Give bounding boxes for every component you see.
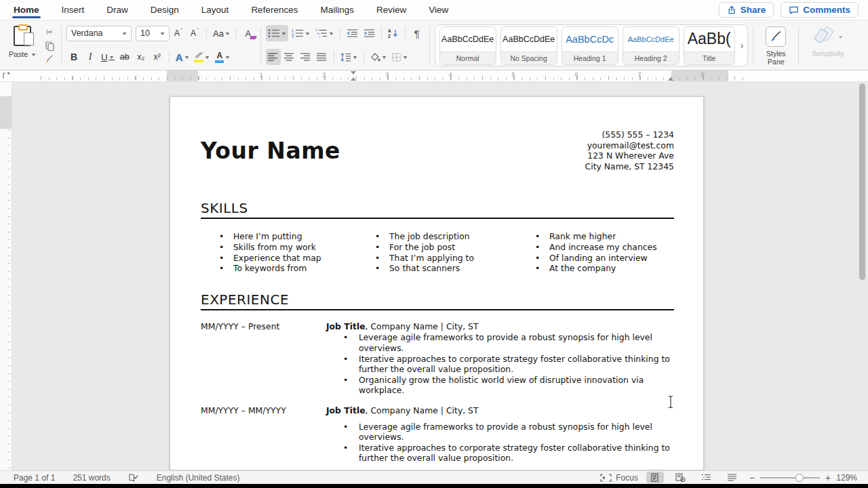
italic-button[interactable]: I xyxy=(83,49,98,65)
tab-layout[interactable]: Layout xyxy=(201,0,229,20)
skills-heading[interactable]: SKILLS xyxy=(201,200,674,219)
chevron-down-icon: ▼ xyxy=(402,55,408,60)
page-count[interactable]: Page 1 of 1 xyxy=(14,473,55,483)
first-line-indent-marker[interactable] xyxy=(351,71,356,75)
zoom-in-button[interactable]: + xyxy=(825,472,831,483)
eraser-icon xyxy=(250,36,257,39)
document-page[interactable]: Your Name (555) 555 – 1234 youremail@tes… xyxy=(170,96,704,470)
paragraph-group: ▼ 123 ▼ 1ai ▼ AZ ¶ xyxy=(266,24,425,67)
horizontal-ruler[interactable]: 1 2 3 4 5 6 7 8 xyxy=(0,70,868,82)
borders-button[interactable]: ▼ xyxy=(390,49,410,65)
style-no-spacing[interactable]: AaBbCcDdEe No Spacing xyxy=(500,26,557,65)
skill-item: Here I’m putting xyxy=(219,231,375,242)
experience-entry[interactable]: MM/YYYY – Present Job Title, Company Nam… xyxy=(201,321,674,396)
svg-text:3: 3 xyxy=(292,35,294,38)
numbering-button[interactable]: 123 ▼ xyxy=(290,25,312,41)
vertical-scrollbar[interactable] xyxy=(859,83,865,280)
style-normal[interactable]: AaBbCcDdEe Normal xyxy=(439,26,496,65)
chevron-down-icon: ▼ xyxy=(224,55,231,60)
tab-review[interactable]: Review xyxy=(376,0,406,20)
word-count[interactable]: 251 words xyxy=(73,473,110,483)
skills-column-1[interactable]: Here I’m putting Skills from my work Exp… xyxy=(219,231,375,273)
font-size-select[interactable]: 10▼ xyxy=(136,26,170,41)
paste-button[interactable]: Paste▼ xyxy=(7,26,38,58)
focus-button[interactable]: Focus xyxy=(600,473,638,483)
resume-name[interactable]: Your Name xyxy=(201,138,340,164)
experience-entry[interactable]: MM/YYYY – MM/YYYY Job Title, Company Nam… xyxy=(201,405,674,464)
outline-view-button[interactable] xyxy=(698,472,715,483)
text-effects-button[interactable]: A▼ xyxy=(174,49,191,65)
zoom-level[interactable]: 129% xyxy=(836,473,857,483)
share-button[interactable]: Share xyxy=(719,2,774,18)
vertical-ruler[interactable] xyxy=(0,82,12,470)
draft-view-button[interactable] xyxy=(724,472,741,483)
style-heading-2[interactable]: AaBbCcDdEe Heading 2 xyxy=(623,26,679,65)
chevron-down-icon: ▼ xyxy=(328,31,334,36)
strikethrough-button[interactable]: ab xyxy=(117,49,132,65)
styles-pane-button[interactable]: Styles Pane xyxy=(758,24,793,67)
tab-mailings[interactable]: Mailings xyxy=(320,0,354,20)
decrease-indent-button[interactable] xyxy=(344,25,360,41)
font-name-select[interactable]: Verdana▼ xyxy=(66,26,132,41)
zoom-slider[interactable] xyxy=(760,477,820,479)
contact-phone: (555) 555 – 1234 xyxy=(585,129,674,140)
zoom-out-button[interactable]: − xyxy=(749,472,755,483)
underline-button[interactable]: U▼ xyxy=(99,49,116,65)
align-left-button[interactable] xyxy=(266,49,281,65)
pilcrow-button[interactable]: ¶ xyxy=(410,25,425,41)
tab-draw[interactable]: Draw xyxy=(106,0,128,20)
align-center-button[interactable] xyxy=(282,49,297,65)
gallery-expand-button[interactable]: › xyxy=(739,40,745,51)
contact-block[interactable]: (555) 555 – 1234 youremail@test.com 123 … xyxy=(585,129,674,171)
change-case-button[interactable]: Aa▼ xyxy=(211,25,232,41)
align-right-button[interactable] xyxy=(298,49,313,65)
subscript-button[interactable]: x₂ xyxy=(134,49,149,65)
clear-formatting-button[interactable]: A xyxy=(241,25,256,41)
increase-indent-button[interactable] xyxy=(361,25,377,41)
bullet-list-icon xyxy=(268,28,280,38)
entry-job-line: Job Title, Company Name | City, ST xyxy=(326,321,674,332)
cut-button[interactable]: ✂ xyxy=(43,26,56,38)
hanging-indent-marker[interactable] xyxy=(351,77,356,81)
tab-view[interactable]: View xyxy=(429,0,448,20)
outdent-icon xyxy=(347,29,358,37)
bold-button[interactable]: B xyxy=(66,49,81,65)
spellcheck-icon[interactable] xyxy=(128,473,139,482)
zoom-slider-knob[interactable] xyxy=(795,474,804,482)
status-bar: Page 1 of 1 251 words English (United St… xyxy=(0,470,868,484)
comments-button[interactable]: Comments xyxy=(781,2,859,18)
tab-selector-icon[interactable] xyxy=(2,72,10,80)
tab-design[interactable]: Design xyxy=(151,0,179,20)
sort-button[interactable]: AZ xyxy=(386,25,401,41)
tab-home[interactable]: Home xyxy=(14,0,39,20)
bullets-button[interactable]: ▼ xyxy=(266,25,288,41)
tab-insert[interactable]: Insert xyxy=(62,0,85,20)
web-layout-view-button[interactable] xyxy=(672,472,690,483)
entry-job-line: Job Title, Company Name | City, ST xyxy=(326,405,674,416)
shading-button[interactable]: ▼ xyxy=(368,49,389,65)
style-heading-1[interactable]: AaBbCcDc Heading 1 xyxy=(561,26,618,65)
sensitivity-button[interactable]: ▼ Sensitivity xyxy=(804,24,852,67)
skills-column-2[interactable]: The job description For the job post Tha… xyxy=(375,231,535,273)
multilevel-list-button[interactable]: 1ai ▼ xyxy=(313,25,336,41)
superscript-button[interactable]: x² xyxy=(150,49,165,65)
justify-button[interactable] xyxy=(315,49,330,65)
right-indent-marker[interactable] xyxy=(668,77,673,81)
font-color-button[interactable]: A ▼ xyxy=(213,49,232,65)
print-layout-view-button[interactable] xyxy=(646,472,664,483)
line-spacing-button[interactable]: ▼ xyxy=(338,49,359,65)
ruler-number: 8 xyxy=(701,71,704,78)
style-title[interactable]: AaBb( Title xyxy=(684,26,735,65)
contact-address: 123 N Wherever Ave xyxy=(585,150,674,161)
language-selector[interactable]: English (United States) xyxy=(157,473,240,483)
highlight-button[interactable]: ▼ xyxy=(192,49,212,65)
experience-heading[interactable]: EXPERIENCE xyxy=(201,291,674,310)
copy-button[interactable] xyxy=(43,40,56,52)
svg-text:Z: Z xyxy=(388,34,391,39)
grow-font-button[interactable]: Aˆ xyxy=(171,25,186,41)
borders-icon xyxy=(392,53,401,62)
shrink-font-button[interactable]: Aˇ xyxy=(187,25,202,41)
skills-column-3[interactable]: Rank me higher And increase my chances O… xyxy=(535,231,657,273)
tab-references[interactable]: References xyxy=(251,0,298,20)
format-painter-button[interactable] xyxy=(43,54,56,65)
